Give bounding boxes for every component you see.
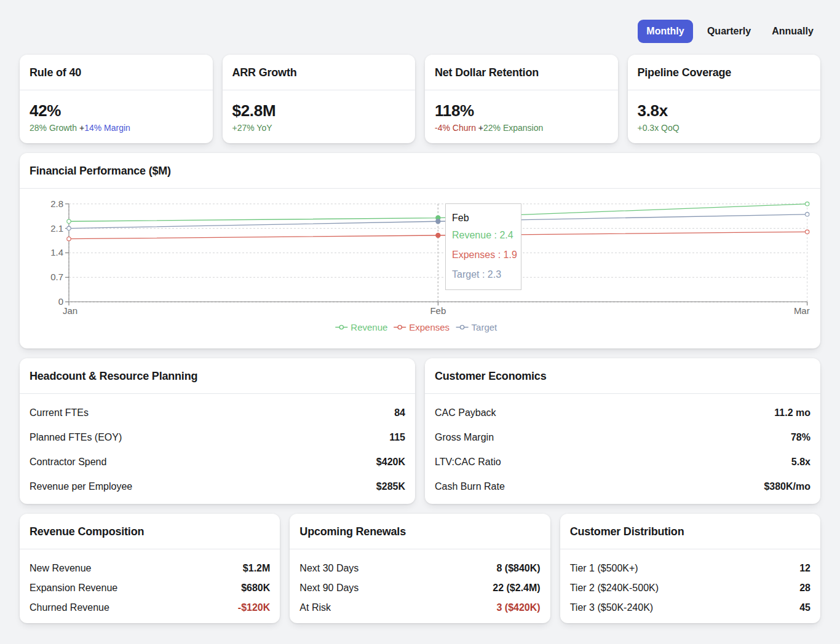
svg-text:Feb: Feb bbox=[430, 305, 446, 316]
svg-text:Mar: Mar bbox=[794, 305, 810, 316]
svg-text:Target: Target bbox=[472, 322, 498, 332]
svg-text:Jan: Jan bbox=[63, 305, 77, 316]
svg-text:2.8: 2.8 bbox=[50, 198, 63, 209]
svg-text:1.4: 1.4 bbox=[50, 247, 63, 257]
svg-text:0.7: 0.7 bbox=[50, 272, 63, 282]
svg-text:Revenue: Revenue bbox=[351, 322, 387, 332]
svg-text:2.1: 2.1 bbox=[50, 223, 63, 234]
svg-text:Expenses: Expenses bbox=[409, 322, 450, 332]
